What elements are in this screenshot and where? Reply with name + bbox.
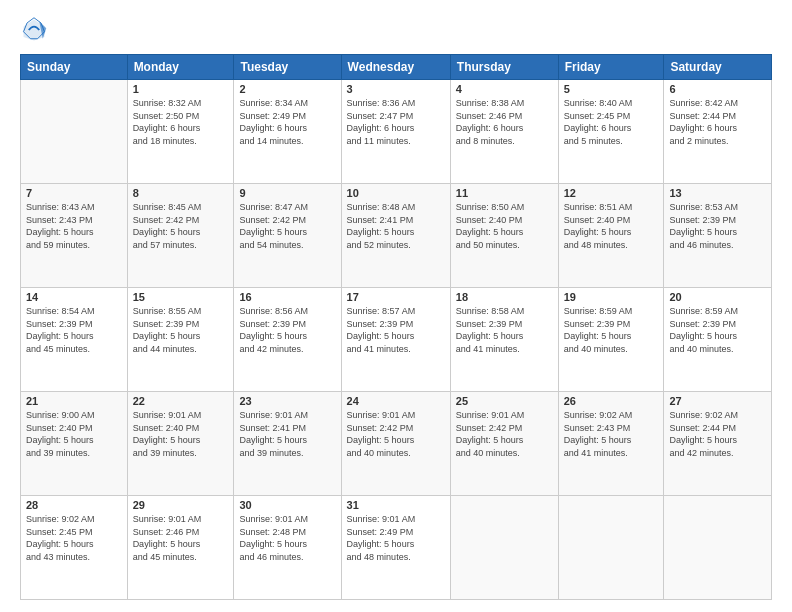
calendar-cell: 14Sunrise: 8:54 AMSunset: 2:39 PMDayligh… xyxy=(21,288,128,392)
day-info: Sunrise: 8:59 AMSunset: 2:39 PMDaylight:… xyxy=(564,305,659,355)
day-number: 10 xyxy=(347,187,445,199)
calendar-week-row: 21Sunrise: 9:00 AMSunset: 2:40 PMDayligh… xyxy=(21,392,772,496)
calendar-cell: 11Sunrise: 8:50 AMSunset: 2:40 PMDayligh… xyxy=(450,184,558,288)
logo-icon xyxy=(20,16,48,44)
day-number: 31 xyxy=(347,499,445,511)
calendar-cell: 4Sunrise: 8:38 AMSunset: 2:46 PMDaylight… xyxy=(450,80,558,184)
day-info: Sunrise: 9:01 AMSunset: 2:42 PMDaylight:… xyxy=(347,409,445,459)
weekday-header-saturday: Saturday xyxy=(664,55,772,80)
day-info: Sunrise: 8:55 AMSunset: 2:39 PMDaylight:… xyxy=(133,305,229,355)
weekday-header-tuesday: Tuesday xyxy=(234,55,341,80)
day-number: 18 xyxy=(456,291,553,303)
weekday-header-friday: Friday xyxy=(558,55,664,80)
day-info: Sunrise: 8:34 AMSunset: 2:49 PMDaylight:… xyxy=(239,97,335,147)
calendar-cell: 26Sunrise: 9:02 AMSunset: 2:43 PMDayligh… xyxy=(558,392,664,496)
day-number: 21 xyxy=(26,395,122,407)
day-info: Sunrise: 8:48 AMSunset: 2:41 PMDaylight:… xyxy=(347,201,445,251)
day-info: Sunrise: 8:59 AMSunset: 2:39 PMDaylight:… xyxy=(669,305,766,355)
day-number: 23 xyxy=(239,395,335,407)
day-info: Sunrise: 8:36 AMSunset: 2:47 PMDaylight:… xyxy=(347,97,445,147)
day-number: 19 xyxy=(564,291,659,303)
day-info: Sunrise: 9:01 AMSunset: 2:41 PMDaylight:… xyxy=(239,409,335,459)
calendar-page: SundayMondayTuesdayWednesdayThursdayFrid… xyxy=(0,0,792,612)
calendar-cell: 2Sunrise: 8:34 AMSunset: 2:49 PMDaylight… xyxy=(234,80,341,184)
day-info: Sunrise: 8:38 AMSunset: 2:46 PMDaylight:… xyxy=(456,97,553,147)
calendar-cell: 25Sunrise: 9:01 AMSunset: 2:42 PMDayligh… xyxy=(450,392,558,496)
day-info: Sunrise: 8:54 AMSunset: 2:39 PMDaylight:… xyxy=(26,305,122,355)
calendar-cell: 7Sunrise: 8:43 AMSunset: 2:43 PMDaylight… xyxy=(21,184,128,288)
calendar-cell xyxy=(450,496,558,600)
day-info: Sunrise: 8:32 AMSunset: 2:50 PMDaylight:… xyxy=(133,97,229,147)
day-number: 29 xyxy=(133,499,229,511)
calendar-cell: 6Sunrise: 8:42 AMSunset: 2:44 PMDaylight… xyxy=(664,80,772,184)
calendar-cell: 21Sunrise: 9:00 AMSunset: 2:40 PMDayligh… xyxy=(21,392,128,496)
calendar-week-row: 28Sunrise: 9:02 AMSunset: 2:45 PMDayligh… xyxy=(21,496,772,600)
day-number: 26 xyxy=(564,395,659,407)
day-info: Sunrise: 8:50 AMSunset: 2:40 PMDaylight:… xyxy=(456,201,553,251)
day-number: 3 xyxy=(347,83,445,95)
calendar-cell: 1Sunrise: 8:32 AMSunset: 2:50 PMDaylight… xyxy=(127,80,234,184)
day-info: Sunrise: 8:42 AMSunset: 2:44 PMDaylight:… xyxy=(669,97,766,147)
calendar-week-row: 14Sunrise: 8:54 AMSunset: 2:39 PMDayligh… xyxy=(21,288,772,392)
day-info: Sunrise: 8:56 AMSunset: 2:39 PMDaylight:… xyxy=(239,305,335,355)
day-info: Sunrise: 8:47 AMSunset: 2:42 PMDaylight:… xyxy=(239,201,335,251)
calendar-week-row: 1Sunrise: 8:32 AMSunset: 2:50 PMDaylight… xyxy=(21,80,772,184)
calendar-cell: 12Sunrise: 8:51 AMSunset: 2:40 PMDayligh… xyxy=(558,184,664,288)
day-number: 7 xyxy=(26,187,122,199)
day-number: 6 xyxy=(669,83,766,95)
day-info: Sunrise: 8:58 AMSunset: 2:39 PMDaylight:… xyxy=(456,305,553,355)
day-number: 27 xyxy=(669,395,766,407)
weekday-header-wednesday: Wednesday xyxy=(341,55,450,80)
day-number: 24 xyxy=(347,395,445,407)
day-info: Sunrise: 9:01 AMSunset: 2:48 PMDaylight:… xyxy=(239,513,335,563)
calendar-cell: 3Sunrise: 8:36 AMSunset: 2:47 PMDaylight… xyxy=(341,80,450,184)
calendar-week-row: 7Sunrise: 8:43 AMSunset: 2:43 PMDaylight… xyxy=(21,184,772,288)
day-number: 30 xyxy=(239,499,335,511)
day-info: Sunrise: 9:01 AMSunset: 2:42 PMDaylight:… xyxy=(456,409,553,459)
weekday-header-row: SundayMondayTuesdayWednesdayThursdayFrid… xyxy=(21,55,772,80)
day-info: Sunrise: 8:53 AMSunset: 2:39 PMDaylight:… xyxy=(669,201,766,251)
logo xyxy=(20,16,52,44)
weekday-header-monday: Monday xyxy=(127,55,234,80)
day-number: 8 xyxy=(133,187,229,199)
day-number: 2 xyxy=(239,83,335,95)
day-number: 28 xyxy=(26,499,122,511)
day-number: 12 xyxy=(564,187,659,199)
calendar-cell: 18Sunrise: 8:58 AMSunset: 2:39 PMDayligh… xyxy=(450,288,558,392)
weekday-header-sunday: Sunday xyxy=(21,55,128,80)
calendar-cell: 15Sunrise: 8:55 AMSunset: 2:39 PMDayligh… xyxy=(127,288,234,392)
calendar-cell xyxy=(558,496,664,600)
calendar-cell: 22Sunrise: 9:01 AMSunset: 2:40 PMDayligh… xyxy=(127,392,234,496)
day-number: 11 xyxy=(456,187,553,199)
header xyxy=(20,16,772,44)
day-number: 4 xyxy=(456,83,553,95)
day-info: Sunrise: 8:40 AMSunset: 2:45 PMDaylight:… xyxy=(564,97,659,147)
day-number: 22 xyxy=(133,395,229,407)
calendar-cell: 17Sunrise: 8:57 AMSunset: 2:39 PMDayligh… xyxy=(341,288,450,392)
day-number: 13 xyxy=(669,187,766,199)
calendar-cell: 20Sunrise: 8:59 AMSunset: 2:39 PMDayligh… xyxy=(664,288,772,392)
day-info: Sunrise: 8:45 AMSunset: 2:42 PMDaylight:… xyxy=(133,201,229,251)
day-number: 20 xyxy=(669,291,766,303)
calendar-cell xyxy=(664,496,772,600)
calendar-cell: 19Sunrise: 8:59 AMSunset: 2:39 PMDayligh… xyxy=(558,288,664,392)
calendar-cell: 30Sunrise: 9:01 AMSunset: 2:48 PMDayligh… xyxy=(234,496,341,600)
calendar-cell: 5Sunrise: 8:40 AMSunset: 2:45 PMDaylight… xyxy=(558,80,664,184)
day-info: Sunrise: 9:01 AMSunset: 2:46 PMDaylight:… xyxy=(133,513,229,563)
calendar-cell: 28Sunrise: 9:02 AMSunset: 2:45 PMDayligh… xyxy=(21,496,128,600)
day-info: Sunrise: 8:57 AMSunset: 2:39 PMDaylight:… xyxy=(347,305,445,355)
day-info: Sunrise: 8:43 AMSunset: 2:43 PMDaylight:… xyxy=(26,201,122,251)
calendar-cell: 13Sunrise: 8:53 AMSunset: 2:39 PMDayligh… xyxy=(664,184,772,288)
day-number: 25 xyxy=(456,395,553,407)
calendar-cell: 29Sunrise: 9:01 AMSunset: 2:46 PMDayligh… xyxy=(127,496,234,600)
calendar-cell: 23Sunrise: 9:01 AMSunset: 2:41 PMDayligh… xyxy=(234,392,341,496)
day-number: 14 xyxy=(26,291,122,303)
calendar-cell: 10Sunrise: 8:48 AMSunset: 2:41 PMDayligh… xyxy=(341,184,450,288)
day-number: 1 xyxy=(133,83,229,95)
day-number: 5 xyxy=(564,83,659,95)
day-number: 16 xyxy=(239,291,335,303)
day-info: Sunrise: 9:01 AMSunset: 2:40 PMDaylight:… xyxy=(133,409,229,459)
day-info: Sunrise: 9:01 AMSunset: 2:49 PMDaylight:… xyxy=(347,513,445,563)
day-number: 9 xyxy=(239,187,335,199)
day-number: 15 xyxy=(133,291,229,303)
